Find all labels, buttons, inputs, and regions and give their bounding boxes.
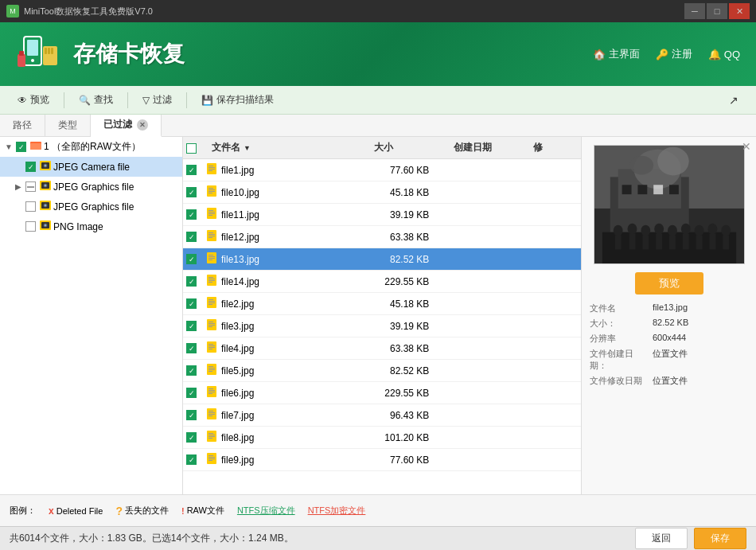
file-size-col: 45.18 KB — [364, 298, 435, 310]
tree-label-jpeg-camera: JPEG Camera file — [53, 162, 130, 173]
maximize-button[interactable]: □ — [707, 3, 727, 19]
header-mod-label: 修 — [533, 141, 543, 154]
file-name-text: file1.jpg — [221, 165, 254, 176]
file-checkbox[interactable]: ✓ — [186, 165, 197, 175]
save-result-icon: 💾 — [201, 95, 213, 106]
file-checkbox[interactable]: ✓ — [186, 388, 197, 398]
search-button[interactable]: 🔍 查找 — [71, 90, 121, 110]
file-checkbox[interactable]: ✓ — [186, 276, 197, 287]
file-checkbox[interactable]: ✓ — [186, 187, 197, 197]
file-checkbox[interactable]: ✓ — [186, 454, 197, 465]
file-size-value: 82.52 KB — [653, 318, 688, 330]
tree-label-root: 1 （全部的RAW文件） — [44, 140, 141, 154]
nav-register[interactable]: 🔑 注册 — [656, 47, 692, 61]
svg-rect-116 — [656, 234, 662, 250]
file-list-area: ✓ 文件名 ▼ 大小 创建日期 修 ✓file1.jpg77.60 KB✓fil… — [183, 137, 581, 494]
header-date-col[interactable]: 创建日期 — [450, 141, 530, 154]
file-checkbox[interactable]: ✓ — [186, 209, 197, 220]
file-row[interactable]: ✓file14.jpg229.55 KB — [183, 271, 581, 293]
file-row[interactable]: ✓file12.jpg63.38 KB — [183, 226, 581, 248]
header-name-col[interactable]: 文件名 ▼ — [208, 141, 371, 154]
tab-path[interactable]: 路径 — [0, 115, 45, 137]
save-button[interactable]: 保存 — [694, 528, 746, 549]
nav-qq[interactable]: 🔔 QQ — [708, 49, 740, 60]
save-result-button[interactable]: 💾 保存扫描结果 — [193, 90, 282, 110]
svg-rect-1 — [27, 40, 38, 56]
tree-expand-jpeg-graphics[interactable]: ▶ — [13, 181, 24, 193]
preview-button-right[interactable]: 预览 — [635, 272, 703, 295]
tree-checkbox-png[interactable] — [25, 221, 36, 232]
check-all-checkbox[interactable]: ✓ — [186, 143, 197, 154]
svg-rect-96 — [208, 460, 212, 461]
file-checkbox[interactable]: ✓ — [186, 432, 197, 443]
file-row[interactable]: ✓file4.jpg63.38 KB — [183, 337, 581, 360]
file-row[interactable]: ✓file3.jpg39.19 KB — [183, 315, 581, 337]
file-row[interactable]: ✓file1.jpg77.60 KB — [183, 159, 581, 181]
tree-item-jpeg-camera[interactable]: ▶ ✓ JPEG Camera file — [0, 157, 182, 177]
file-row[interactable]: ✓file6.jpg229.55 KB — [183, 382, 581, 404]
file-row[interactable]: ✓file7.jpg96.43 KB — [183, 404, 581, 427]
file-check-col: ✓ — [186, 343, 205, 353]
search-label: 查找 — [94, 93, 113, 107]
tab-filtered-close[interactable]: ✕ — [137, 119, 148, 131]
tree-label-gif: JPEG Graphics file — [53, 201, 134, 213]
preview-label: 预览 — [30, 93, 49, 107]
file-checkbox[interactable]: ✓ — [186, 410, 197, 420]
tree-expand-root[interactable]: ▼ — [3, 142, 14, 153]
save-result-label: 保存扫描结果 — [216, 93, 274, 107]
tree-checkbox-jpeg-camera[interactable]: ✓ — [25, 162, 36, 172]
filter-button[interactable]: ▽ 过滤 — [134, 90, 180, 110]
file-name-col: file11.jpg — [205, 207, 364, 222]
file-checkbox[interactable]: ✓ — [186, 232, 197, 242]
file-row[interactable]: ✓file2.jpg45.18 KB — [183, 293, 581, 315]
svg-rect-41 — [208, 215, 212, 216]
svg-rect-94 — [208, 457, 215, 458]
svg-rect-112 — [629, 234, 635, 250]
tab-filtered[interactable]: 已过滤 ✕ — [91, 115, 162, 137]
tree-item-jpeg-graphics[interactable]: ▶ JPEG Graphics file — [0, 177, 182, 197]
right-panel-close[interactable]: ✕ — [742, 140, 751, 153]
back-button[interactable]: 返回 — [635, 528, 688, 549]
tab-type[interactable]: 类型 — [45, 115, 91, 137]
header-nav: 🏠 主界面 🔑 注册 🔔 QQ — [593, 47, 740, 61]
svg-rect-55 — [208, 280, 215, 281]
minimize-button[interactable]: ─ — [684, 3, 705, 19]
file-name-text: file2.jpg — [221, 298, 254, 310]
export-button[interactable]: ↗ — [721, 91, 746, 110]
file-checkbox[interactable]: ✓ — [186, 298, 197, 309]
file-checkbox[interactable]: ✓ — [186, 365, 197, 376]
header-size-col[interactable]: 大小 — [371, 141, 450, 154]
tree-checkbox-root[interactable]: ✓ — [16, 142, 26, 152]
preview-button[interactable]: 👁 预览 — [10, 90, 57, 110]
file-checkbox[interactable]: ✓ — [186, 254, 197, 264]
tree-checkbox-jpeg-graphics[interactable] — [25, 181, 36, 192]
svg-rect-5 — [48, 48, 50, 54]
file-row[interactable]: ✓file8.jpg101.20 KB — [183, 427, 581, 449]
nav-home[interactable]: 🏠 主界面 — [593, 47, 640, 61]
file-name-text: file6.jpg — [221, 388, 254, 399]
svg-point-2 — [31, 59, 34, 62]
file-row[interactable]: ✓file9.jpg77.60 KB — [183, 449, 581, 471]
file-row[interactable]: ✓file13.jpg82.52 KB — [183, 248, 581, 271]
file-checkbox[interactable]: ✓ — [186, 343, 197, 353]
file-row[interactable]: ✓file5.jpg82.52 KB — [183, 360, 581, 382]
file-resolution-label: 分辨率 — [590, 333, 649, 345]
window-controls: ─ □ ✕ — [684, 3, 750, 19]
file-name-text: file12.jpg — [221, 232, 259, 243]
file-row[interactable]: ✓file11.jpg39.19 KB — [183, 204, 581, 226]
file-checkbox[interactable]: ✓ — [186, 321, 197, 331]
tree-item-gif[interactable]: ▶ JPEG Graphics file — [0, 197, 182, 216]
close-button[interactable]: ✕ — [729, 3, 750, 19]
file-list-body: ✓file1.jpg77.60 KB✓file10.jpg45.18 KB✓fi… — [183, 159, 581, 494]
tree-checkbox-gif[interactable] — [25, 201, 36, 212]
file-row[interactable]: ✓file10.jpg45.18 KB — [183, 181, 581, 204]
tree-item-png[interactable]: ▶ PNG Image — [0, 216, 182, 236]
export-icon: ↗ — [729, 94, 738, 107]
legend-raw-label: RAW文件 — [187, 505, 224, 517]
file-size-col: 39.19 KB — [364, 321, 435, 332]
file-size-col: 229.55 KB — [364, 276, 435, 287]
file-name-text: file14.jpg — [221, 276, 259, 287]
tree-item-root[interactable]: ▼ ✓ 1 （全部的RAW文件） — [0, 137, 182, 157]
svg-point-117 — [668, 225, 677, 236]
header-mod-col[interactable]: 修 — [530, 141, 578, 154]
